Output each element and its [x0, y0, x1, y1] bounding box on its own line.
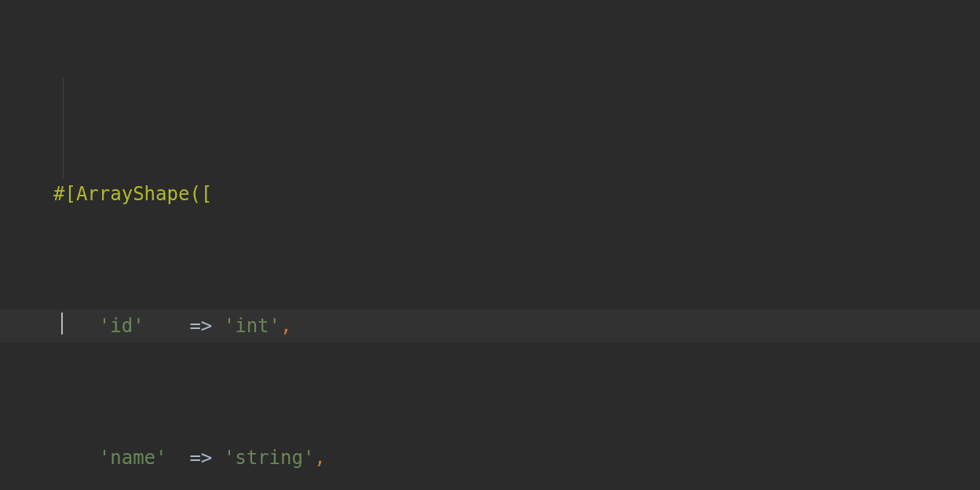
attribute-name: ArrayShape — [76, 183, 190, 205]
array-key: 'id' — [99, 315, 144, 337]
array-key: 'name' — [99, 447, 167, 469]
attribute-open: #[ — [53, 183, 76, 205]
comma: , — [280, 315, 291, 337]
code-line[interactable]: 'name' => 'string', — [0, 441, 980, 474]
code-editor[interactable]: #[ArrayShape([ 'id' => 'int', 'name' => … — [0, 0, 980, 490]
comma: , — [314, 447, 325, 469]
fat-arrow: => — [189, 315, 212, 337]
code-line[interactable]: #[ArrayShape([ — [0, 177, 980, 210]
code-line-current[interactable]: 'id' => 'int', — [0, 309, 980, 342]
fat-arrow: => — [189, 447, 212, 469]
text-cursor — [61, 313, 63, 335]
indent-guide — [63, 78, 64, 178]
paren-open: ([ — [189, 183, 212, 205]
align-pad — [167, 447, 178, 469]
array-value: 'int' — [224, 315, 280, 337]
array-value: 'string' — [224, 447, 315, 469]
align-pad — [144, 315, 178, 337]
